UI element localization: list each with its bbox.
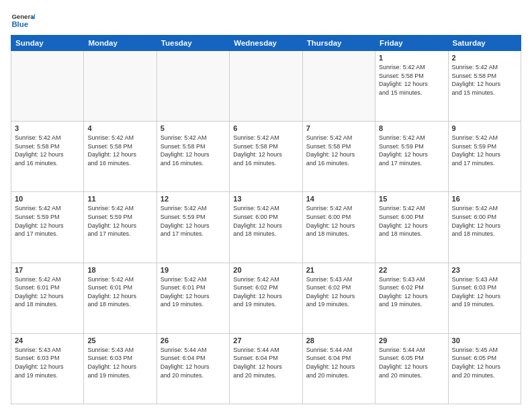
calendar-cell: 5Sunrise: 5:42 AM Sunset: 5:58 PM Daylig… <box>157 122 229 192</box>
day-number: 13 <box>233 195 298 203</box>
calendar-week-4: 17Sunrise: 5:42 AM Sunset: 6:01 PM Dayli… <box>11 263 521 333</box>
day-info: Sunrise: 5:42 AM Sunset: 5:58 PM Dayligh… <box>233 134 298 167</box>
page: General Blue SundayMondayTuesdayWednesda… <box>0 0 532 411</box>
calendar-cell: 15Sunrise: 5:42 AM Sunset: 6:00 PM Dayli… <box>375 192 448 263</box>
day-number: 17 <box>15 266 80 274</box>
day-info: Sunrise: 5:42 AM Sunset: 5:58 PM Dayligh… <box>452 63 517 97</box>
day-info: Sunrise: 5:43 AM Sunset: 6:03 PM Dayligh… <box>452 275 517 309</box>
calendar-cell: 17Sunrise: 5:42 AM Sunset: 6:01 PM Dayli… <box>11 263 84 333</box>
logo: General Blue <box>11 11 35 30</box>
day-info: Sunrise: 5:42 AM Sunset: 5:59 PM Dayligh… <box>379 134 444 167</box>
day-info: Sunrise: 5:42 AM Sunset: 6:01 PM Dayligh… <box>15 275 80 309</box>
day-info: Sunrise: 5:45 AM Sunset: 6:05 PM Dayligh… <box>452 346 517 379</box>
day-info: Sunrise: 5:42 AM Sunset: 5:59 PM Dayligh… <box>452 134 517 167</box>
calendar-cell: 29Sunrise: 5:44 AM Sunset: 6:05 PM Dayli… <box>375 333 448 404</box>
column-header-monday: Monday <box>84 36 157 51</box>
day-number: 10 <box>15 195 80 203</box>
calendar-cell: 23Sunrise: 5:43 AM Sunset: 6:03 PM Dayli… <box>448 263 521 333</box>
calendar-cell <box>230 51 302 122</box>
day-number: 28 <box>306 336 371 345</box>
calendar-cell: 22Sunrise: 5:43 AM Sunset: 6:02 PM Dayli… <box>375 263 448 333</box>
day-info: Sunrise: 5:42 AM Sunset: 6:01 PM Dayligh… <box>87 275 152 309</box>
day-info: Sunrise: 5:42 AM Sunset: 6:00 PM Dayligh… <box>306 204 371 238</box>
svg-text:General: General <box>11 13 35 20</box>
day-info: Sunrise: 5:43 AM Sunset: 6:02 PM Dayligh… <box>306 275 371 309</box>
column-header-friday: Friday <box>375 36 448 51</box>
day-number: 3 <box>15 124 80 132</box>
calendar-cell: 12Sunrise: 5:42 AM Sunset: 5:59 PM Dayli… <box>157 192 229 263</box>
calendar-cell <box>157 51 229 122</box>
day-info: Sunrise: 5:44 AM Sunset: 6:04 PM Dayligh… <box>161 346 226 379</box>
day-number: 4 <box>87 124 152 132</box>
day-info: Sunrise: 5:44 AM Sunset: 6:04 PM Dayligh… <box>306 346 371 379</box>
calendar-cell: 13Sunrise: 5:42 AM Sunset: 6:00 PM Dayli… <box>230 192 302 263</box>
day-info: Sunrise: 5:43 AM Sunset: 6:03 PM Dayligh… <box>15 346 80 379</box>
day-number: 5 <box>161 124 226 132</box>
day-info: Sunrise: 5:42 AM Sunset: 6:01 PM Dayligh… <box>161 275 226 309</box>
day-number: 19 <box>161 266 226 274</box>
calendar-cell: 4Sunrise: 5:42 AM Sunset: 5:58 PM Daylig… <box>84 122 157 192</box>
calendar-cell: 3Sunrise: 5:42 AM Sunset: 5:58 PM Daylig… <box>11 122 84 192</box>
day-number: 23 <box>452 266 517 274</box>
calendar-cell: 26Sunrise: 5:44 AM Sunset: 6:04 PM Dayli… <box>157 333 229 404</box>
day-info: Sunrise: 5:42 AM Sunset: 6:00 PM Dayligh… <box>452 204 517 238</box>
day-number: 2 <box>452 54 517 62</box>
calendar-cell: 20Sunrise: 5:42 AM Sunset: 6:02 PM Dayli… <box>230 263 302 333</box>
day-number: 26 <box>161 336 226 345</box>
day-number: 11 <box>87 195 152 203</box>
calendar-cell: 21Sunrise: 5:43 AM Sunset: 6:02 PM Dayli… <box>302 263 375 333</box>
day-number: 21 <box>306 266 371 274</box>
day-number: 27 <box>233 336 298 345</box>
day-number: 20 <box>233 266 298 274</box>
day-number: 12 <box>161 195 226 203</box>
calendar-cell: 11Sunrise: 5:42 AM Sunset: 5:59 PM Dayli… <box>84 192 157 263</box>
day-number: 9 <box>452 124 517 132</box>
day-info: Sunrise: 5:42 AM Sunset: 6:02 PM Dayligh… <box>233 275 298 309</box>
calendar-week-3: 10Sunrise: 5:42 AM Sunset: 5:59 PM Dayli… <box>11 192 521 263</box>
calendar-cell: 6Sunrise: 5:42 AM Sunset: 5:58 PM Daylig… <box>230 122 302 192</box>
day-number: 22 <box>379 266 444 274</box>
calendar-header-row: SundayMondayTuesdayWednesdayThursdayFrid… <box>11 36 521 51</box>
calendar-cell: 1Sunrise: 5:42 AM Sunset: 5:58 PM Daylig… <box>375 51 448 122</box>
day-info: Sunrise: 5:44 AM Sunset: 6:04 PM Dayligh… <box>233 346 298 379</box>
calendar-cell: 14Sunrise: 5:42 AM Sunset: 6:00 PM Dayli… <box>302 192 375 263</box>
column-header-tuesday: Tuesday <box>157 36 229 51</box>
day-number: 8 <box>379 124 444 132</box>
day-info: Sunrise: 5:43 AM Sunset: 6:02 PM Dayligh… <box>379 275 444 309</box>
day-number: 15 <box>379 195 444 203</box>
calendar-cell: 27Sunrise: 5:44 AM Sunset: 6:04 PM Dayli… <box>230 333 302 404</box>
calendar-week-1: 1Sunrise: 5:42 AM Sunset: 5:58 PM Daylig… <box>11 51 521 122</box>
day-number: 25 <box>87 336 152 345</box>
calendar-cell: 10Sunrise: 5:42 AM Sunset: 5:59 PM Dayli… <box>11 192 84 263</box>
column-header-sunday: Sunday <box>11 36 84 51</box>
day-number: 30 <box>452 336 517 345</box>
day-number: 7 <box>306 124 371 132</box>
column-header-saturday: Saturday <box>448 36 521 51</box>
calendar-cell <box>302 51 375 122</box>
day-info: Sunrise: 5:42 AM Sunset: 5:58 PM Dayligh… <box>306 134 371 167</box>
day-info: Sunrise: 5:42 AM Sunset: 6:00 PM Dayligh… <box>233 204 298 238</box>
day-number: 14 <box>306 195 371 203</box>
header: General Blue <box>11 11 521 30</box>
day-info: Sunrise: 5:42 AM Sunset: 6:00 PM Dayligh… <box>379 204 444 238</box>
day-info: Sunrise: 5:42 AM Sunset: 5:58 PM Dayligh… <box>87 134 152 167</box>
calendar-cell: 19Sunrise: 5:42 AM Sunset: 6:01 PM Dayli… <box>157 263 229 333</box>
calendar-body: 1Sunrise: 5:42 AM Sunset: 5:58 PM Daylig… <box>11 51 521 404</box>
day-info: Sunrise: 5:42 AM Sunset: 5:59 PM Dayligh… <box>87 204 152 238</box>
calendar-cell: 7Sunrise: 5:42 AM Sunset: 5:58 PM Daylig… <box>302 122 375 192</box>
day-number: 16 <box>452 195 517 203</box>
day-info: Sunrise: 5:42 AM Sunset: 5:58 PM Dayligh… <box>15 134 80 167</box>
calendar-week-5: 24Sunrise: 5:43 AM Sunset: 6:03 PM Dayli… <box>11 333 521 404</box>
calendar-cell: 28Sunrise: 5:44 AM Sunset: 6:04 PM Dayli… <box>302 333 375 404</box>
day-info: Sunrise: 5:42 AM Sunset: 5:59 PM Dayligh… <box>161 204 226 238</box>
calendar-cell: 18Sunrise: 5:42 AM Sunset: 6:01 PM Dayli… <box>84 263 157 333</box>
calendar-cell: 30Sunrise: 5:45 AM Sunset: 6:05 PM Dayli… <box>448 333 521 404</box>
day-number: 18 <box>87 266 152 274</box>
svg-text:Blue: Blue <box>11 20 28 28</box>
calendar-cell: 8Sunrise: 5:42 AM Sunset: 5:59 PM Daylig… <box>375 122 448 192</box>
day-info: Sunrise: 5:42 AM Sunset: 5:59 PM Dayligh… <box>15 204 80 238</box>
day-info: Sunrise: 5:43 AM Sunset: 6:03 PM Dayligh… <box>87 346 152 379</box>
day-info: Sunrise: 5:42 AM Sunset: 5:58 PM Dayligh… <box>161 134 226 167</box>
column-header-wednesday: Wednesday <box>230 36 302 51</box>
calendar-cell: 9Sunrise: 5:42 AM Sunset: 5:59 PM Daylig… <box>448 122 521 192</box>
